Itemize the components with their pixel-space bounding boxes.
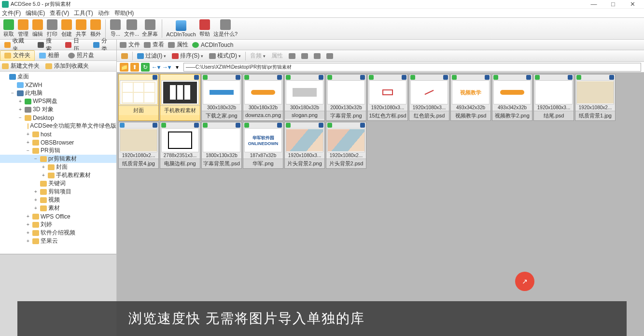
tree-node[interactable]: +素材 [0,204,116,212]
close-button[interactable]: ✕ [623,0,642,9]
tree-node[interactable]: ACDSee全功能完整单文件绿色版 [0,122,116,130]
thumbnail[interactable]: 手机教程素材 [160,74,200,121]
tree-node[interactable]: +软件介绍视频 [0,229,116,237]
folder-tree[interactable]: 桌面XZWH−此电脑+WPS网盘+3D 对象−DesktopACDSee全功能完… [0,72,116,254]
minimize-button[interactable]: — [584,0,603,9]
copy-button[interactable] [287,53,297,59]
thumbnail[interactable]: 2000x130x32b 字幕背景.png [326,74,366,121]
menu-edit[interactable]: 编辑(E) [26,9,45,17]
thumbnail[interactable]: 1920x1080x2... 纸质背景1.jpg [575,74,616,121]
tab-search[interactable]: 搜索 [33,40,61,50]
expand-toggle[interactable]: + [41,173,46,178]
nav-refresh-button[interactable]: ↻ [141,63,150,72]
acquire-button[interactable]: 获取 [2,18,15,39]
tree-node[interactable]: 关键词 [0,179,116,188]
tab-photo-disc[interactable]: 照片盘 [64,50,98,61]
thumbnail[interactable]: 2788x2351x3... 电脑边框.png [160,122,200,169]
tree-node[interactable]: XZWH [0,81,116,89]
whatsthis-button[interactable]: 这是什么? [212,18,238,39]
expand-toggle[interactable]: + [25,131,31,137]
tab-favorites[interactable]: 收藏夹 [0,40,33,50]
path-input[interactable]: ——C:\Users\XZWH\Desktop\PR剪辑\pr剪辑素材 [183,63,641,72]
thumbnail[interactable]: 300x180x32b downza.cn.png [243,74,283,121]
expand-toggle[interactable]: − [17,115,23,120]
delete-button[interactable] [312,53,322,59]
thumbnail[interactable]: 封面 [118,74,159,121]
new-folder-button[interactable]: 新建文件夹 [2,62,40,70]
thumbnail[interactable]: 1800x130x32b 字幕背景黑.psd [201,122,242,169]
menu-view[interactable]: 查看(V) [50,9,69,17]
extra-button[interactable]: 额外 [89,18,102,39]
manage-button[interactable]: 管理 [16,18,30,39]
expand-toggle[interactable]: + [33,197,39,203]
expand-toggle[interactable]: + [33,205,39,211]
thumbnail[interactable]: 1920x1080x2... 纸质背景4.jpg [118,122,159,169]
tab-calendar[interactable]: 日历 [61,40,88,50]
expand-toggle[interactable]: − [10,90,15,96]
expand-toggle[interactable]: + [41,164,46,170]
thumbnail[interactable]: 300x180x32b slogan.png [284,74,325,121]
tree-node[interactable]: −此电脑 [0,89,116,97]
thumbnail[interactable]: 1920x1080x3... 片头背景2.png [284,122,325,169]
menu-tools[interactable]: 工具(T) [74,9,93,17]
thumbnail[interactable]: 493x342x32b 视频教学2.png [492,74,532,121]
tree-node[interactable]: −Desktop [0,114,116,122]
expand-toggle[interactable]: − [25,148,31,153]
tab-categories[interactable]: 分类 [89,40,116,50]
nav-back-button[interactable]: ←▾ [152,63,160,72]
tree-node[interactable]: +剪辑项目 [0,188,116,196]
expand-toggle[interactable]: + [33,189,39,194]
nav-history-button[interactable]: ▾ [173,63,182,72]
expand-toggle[interactable]: + [25,222,31,227]
tab-properties[interactable]: 属性 [168,41,188,49]
share-button[interactable]: 共享 [74,18,88,39]
tree-node[interactable]: +视频 [0,196,116,204]
tree-node[interactable]: +3D 对象 [0,105,116,114]
tree-node[interactable]: +手机教程素材 [0,171,116,179]
tree-node[interactable]: +WPS Office [0,212,116,220]
expand-toggle[interactable]: + [25,230,31,235]
filter-dropdown[interactable]: 过滤(I) [136,52,168,60]
tree-node[interactable]: +OBSBrowser [0,138,116,146]
thumbnail[interactable]: 1920x1080x3... 红色箭头.psd [409,74,449,121]
tab-acdintouch[interactable]: ACDInTouch [192,42,233,48]
menu-action[interactable]: 动作 [98,9,110,17]
expand-toggle[interactable]: + [17,99,23,104]
thumbnail[interactable]: 300x180x32b 下载之家.png [201,74,242,121]
nav-fwd-button[interactable]: →▾ [162,63,171,72]
thumbnail-grid[interactable]: 封面 手机教程素材 300x180x32b 下载之家.png 300x180x3… [117,73,644,336]
tab-albums[interactable]: 相册 [35,50,64,61]
tab-file[interactable]: 文件 [120,41,140,49]
edit-button[interactable]: 编辑 [31,18,44,39]
thumbnail[interactable]: 视频教学 493x342x32b 视频教学.psd [450,74,491,121]
tree-node[interactable]: −PR剪辑 [0,146,116,155]
rotate-button[interactable] [325,53,335,59]
tab-view[interactable]: 查看 [144,41,164,49]
tree-node[interactable]: +坚果云 [0,237,116,245]
paste-button[interactable] [300,53,309,59]
expand-toggle[interactable]: + [17,107,23,112]
print-button[interactable]: 打印 [45,18,59,39]
tree-node[interactable]: +封面 [0,163,116,171]
mode-dropdown[interactable]: 模式(D) [208,52,242,60]
file-button[interactable]: 文件... [123,18,140,39]
tree-node[interactable]: +host [0,130,116,138]
thumbnail[interactable]: 1920x1080x3... 结尾.psd [533,74,574,121]
tree-node[interactable]: −pr剪辑素材 [0,155,116,163]
create-button[interactable]: 创建 [60,18,73,39]
open-button[interactable] [120,53,129,59]
nav-up-button[interactable]: ⬆ [130,63,139,72]
tree-node[interactable]: +刘婷 [0,220,116,229]
thumbnail[interactable]: 华军软件园ONLINEDOWN 187x87x32b 华军.png [243,122,283,169]
menu-file[interactable]: 文件(F) [2,9,21,17]
expand-toggle[interactable]: − [33,156,39,161]
maximize-button[interactable]: □ [603,0,623,9]
thumbnail[interactable]: 1920x1080x2... 片头背景2.psd [326,122,366,169]
tab-folders[interactable]: 文件夹 [0,50,35,61]
expand-toggle[interactable]: + [25,214,31,219]
fullscreen-button[interactable]: 全屏幕 [141,18,159,39]
add-favorite-button[interactable]: 添加到收藏夹 [45,62,89,70]
acdintouch-button[interactable]: ACDInTouch [165,18,197,39]
nav-folder-button[interactable]: 📁 [120,63,128,72]
menu-help[interactable]: 帮助(H) [114,9,134,17]
